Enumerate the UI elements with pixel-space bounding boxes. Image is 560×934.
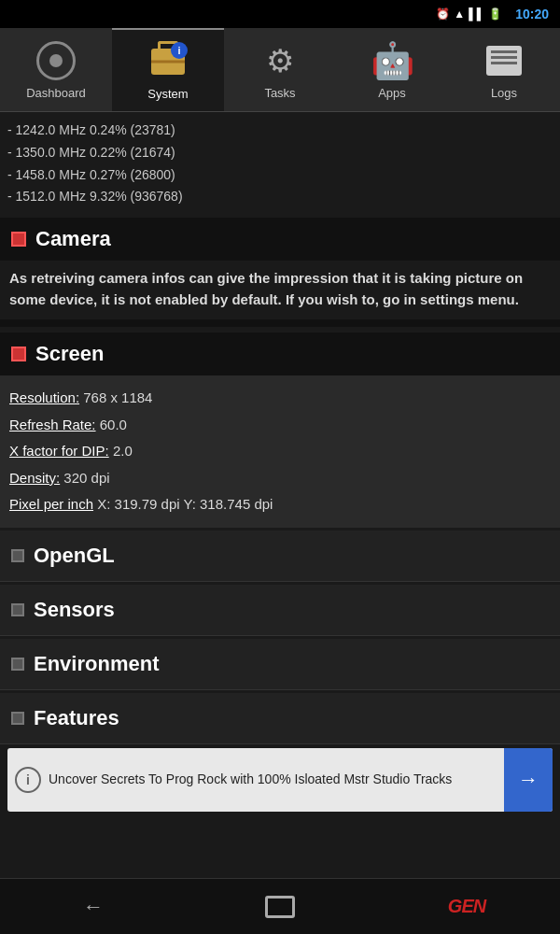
freq-list: - 1242.0 MHz 0.24% (23781) - 1350.0 MHz … bbox=[0, 112, 560, 216]
system-tab-icon: i bbox=[147, 40, 189, 83]
info-badge: i bbox=[171, 42, 188, 59]
tab-apps[interactable]: 🤖 Apps bbox=[336, 28, 448, 111]
screen-value-1: 60.0 bbox=[100, 417, 127, 432]
environment-expand-icon bbox=[11, 658, 24, 671]
screen-section-header: Screen bbox=[0, 333, 560, 375]
status-icons: ⏰ ▲ ▌▌ 🔋 bbox=[436, 7, 502, 21]
camera-section-header: Camera bbox=[0, 218, 560, 261]
sensors-section[interactable]: Sensors bbox=[0, 585, 560, 636]
logs-page-icon bbox=[486, 46, 522, 76]
freq-item-3: - 1512.0 MHz 9.32% (936768) bbox=[7, 186, 553, 208]
screen-row-3: Density: 320 dpi bbox=[9, 465, 551, 492]
screen-section-title: Screen bbox=[35, 342, 104, 366]
opengl-title: OpenGL bbox=[34, 544, 115, 568]
bottom-nav: ← GEN bbox=[0, 878, 560, 934]
wifi-icon: ▲ bbox=[454, 7, 465, 21]
tab-dashboard[interactable]: Dashboard bbox=[0, 28, 112, 111]
logs-tab-icon bbox=[483, 39, 525, 82]
tab-tasks-label: Tasks bbox=[264, 86, 295, 100]
status-time: 10:20 bbox=[515, 7, 549, 21]
ad-info-icon: i bbox=[15, 767, 41, 793]
screen-value-3: 320 dpi bbox=[63, 470, 109, 486]
screen-value-4: X: 319.79 dpi Y: 318.745 dpi bbox=[97, 496, 273, 512]
features-title: Features bbox=[34, 706, 119, 730]
screen-label-1: Refresh Rate: bbox=[9, 417, 96, 432]
tab-bar: Dashboard i System ⚙ Tasks 🤖 Apps Logs bbox=[0, 28, 560, 112]
gear-icon: ⚙ bbox=[266, 42, 294, 79]
alarm-icon: ⏰ bbox=[436, 7, 450, 21]
gen-logo-button[interactable]: GEN bbox=[439, 888, 495, 926]
screen-row-0: Resolution: 768 x 1184 bbox=[9, 385, 551, 412]
screen-row-2: X factor for DIP: 2.0 bbox=[9, 438, 551, 465]
battery-icon: 🔋 bbox=[488, 7, 502, 21]
signal-icon: ▌▌ bbox=[469, 7, 484, 21]
screen-label-0: Resolution: bbox=[9, 389, 79, 405]
apps-tab-icon: 🤖 bbox=[371, 39, 413, 82]
tab-dashboard-label: Dashboard bbox=[26, 86, 86, 100]
tasks-tab-icon: ⚙ bbox=[259, 39, 301, 82]
environment-title: Environment bbox=[34, 652, 159, 676]
tab-apps-label: Apps bbox=[378, 86, 406, 100]
compass-icon bbox=[36, 41, 76, 80]
dashboard-tab-icon bbox=[35, 39, 77, 82]
tab-system-label: System bbox=[147, 87, 188, 101]
camera-section: Camera As retreiving camera infos can gi… bbox=[0, 218, 560, 327]
environment-section[interactable]: Environment bbox=[0, 639, 560, 690]
status-bar: ⏰ ▲ ▌▌ 🔋 10:20 bbox=[0, 0, 560, 28]
opengl-expand-icon bbox=[11, 549, 24, 562]
ad-arrow-icon: → bbox=[518, 768, 539, 792]
camera-section-icon bbox=[11, 232, 26, 247]
ad-banner[interactable]: i Uncover Secrets To Prog Rock with 100%… bbox=[7, 748, 553, 812]
screen-body: Resolution: 768 x 1184 Refresh Rate: 60.… bbox=[0, 375, 560, 528]
home-button[interactable] bbox=[252, 888, 308, 926]
ad-arrow-button[interactable]: → bbox=[504, 748, 553, 812]
screen-section-icon bbox=[11, 347, 26, 361]
camera-section-title: Camera bbox=[35, 227, 111, 251]
sensors-expand-icon bbox=[11, 603, 24, 616]
tab-logs-label: Logs bbox=[491, 86, 517, 100]
screen-section: Screen Resolution: 768 x 1184 Refresh Ra… bbox=[0, 333, 560, 528]
back-arrow-icon: ← bbox=[83, 895, 104, 919]
back-button[interactable]: ← bbox=[65, 888, 121, 926]
screen-value-2: 2.0 bbox=[113, 443, 133, 459]
sensors-title: Sensors bbox=[34, 598, 115, 622]
gen-logo-icon: GEN bbox=[448, 896, 485, 917]
ad-text: Uncover Secrets To Prog Rock with 100% I… bbox=[49, 771, 497, 789]
screen-row-1: Refresh Rate: 60.0 bbox=[9, 412, 551, 439]
camera-description: As retreiving camera infos can give the … bbox=[9, 268, 551, 310]
freq-item-0: - 1242.0 MHz 0.24% (23781) bbox=[7, 120, 553, 142]
tab-tasks[interactable]: ⚙ Tasks bbox=[224, 28, 336, 111]
camera-body: As retreiving camera infos can give the … bbox=[0, 261, 560, 319]
screen-label-3: Density: bbox=[9, 470, 60, 486]
system-icon-wrap: i bbox=[147, 40, 189, 83]
features-expand-icon bbox=[11, 712, 24, 725]
freq-item-1: - 1350.0 MHz 0.22% (21674) bbox=[7, 142, 553, 164]
screen-label-4: Pixel per inch bbox=[9, 496, 93, 512]
screen-label-2: X factor for DIP: bbox=[9, 443, 109, 459]
freq-item-2: - 1458.0 MHz 0.27% (26800) bbox=[7, 164, 553, 187]
tab-system[interactable]: i System bbox=[112, 28, 224, 111]
tab-logs[interactable]: Logs bbox=[448, 28, 560, 111]
opengl-section[interactable]: OpenGL bbox=[0, 531, 560, 582]
screen-row-4: Pixel per inch X: 319.79 dpi Y: 318.745 … bbox=[9, 491, 551, 518]
main-content: - 1242.0 MHz 0.24% (23781) - 1350.0 MHz … bbox=[0, 112, 560, 878]
home-shape-icon bbox=[265, 896, 295, 918]
screen-value-0: 768 x 1184 bbox=[83, 389, 152, 405]
features-section[interactable]: Features bbox=[0, 693, 560, 744]
android-icon: 🤖 bbox=[371, 40, 414, 81]
